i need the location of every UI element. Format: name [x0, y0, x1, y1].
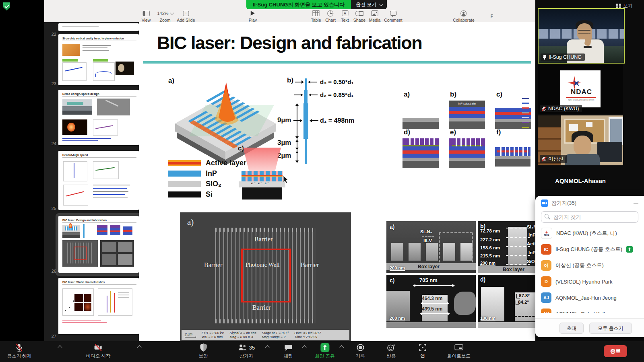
participant-row-ilsug[interactable]: IC Il-Sug CHUNG (공동 호스트): [535, 241, 644, 257]
toolbar-shape-button[interactable]: Shape: [353, 10, 365, 23]
participant-row-ndac[interactable]: NDAC NDAC (KWU) (호스트, 나): [535, 225, 644, 241]
barrier-right-label: Barrier: [301, 261, 319, 269]
start-video-button[interactable]: 비디오 시작: [86, 343, 111, 359]
ndac-logo-text: NDAC: [571, 88, 592, 96]
video-tile-ilsug[interactable]: Il-Sug CHUNG: [538, 8, 625, 64]
record-button[interactable]: 기록: [356, 343, 365, 359]
sem-panel-b: b) 72.78 nm 227.2 nm 158.6 nm 215.5 nm S…: [478, 221, 535, 273]
share-screen-button[interactable]: 화면 공유: [315, 343, 334, 359]
chat-chevron[interactable]: [302, 345, 306, 350]
toolbar-comment-button[interactable]: Comment: [384, 10, 402, 23]
mic-muted-icon: [15, 343, 24, 352]
toolbar-format-button-partial[interactable]: F: [491, 14, 493, 19]
shield-icon: [199, 343, 207, 352]
participants-count: 35: [249, 345, 255, 351]
inp-swatch: [168, 171, 201, 177]
invite-button[interactable]: 초대: [559, 323, 584, 334]
sem-c-label: c): [390, 277, 394, 284]
text-icon: A: [341, 10, 349, 16]
inp-substrate-label: InP substrate: [449, 101, 485, 107]
thumb-title: Demo of high-speed design: [62, 93, 136, 97]
video-tile-ahasan[interactable]: AQNMOL-Ahasan: [538, 166, 623, 195]
view-options-button[interactable]: 옵션 보기: [351, 0, 386, 9]
paper: [586, 122, 592, 127]
end-meeting-button[interactable]: 종료: [604, 345, 627, 357]
slide-number: 24: [47, 141, 56, 146]
thickness-2: 227.2 nm: [480, 237, 500, 242]
dim-9um: 9µm: [277, 116, 291, 124]
angle-842: 84.2°: [518, 300, 529, 304]
participant-row-hyunho[interactable]: D (VLSICDL) Hyunho Park: [535, 274, 644, 290]
share-banner-text: Il-Sug CHUNG의 화면을 보고 있습니다: [246, 0, 351, 9]
si-swatch: [168, 191, 201, 197]
minimize-panel-button[interactable]: [634, 203, 638, 204]
toolbar-media-button[interactable]: Media: [369, 10, 381, 23]
mute-all-button[interactable]: 모두 음소거: [589, 323, 632, 334]
dim-3um: 3µm: [277, 139, 291, 147]
participant-row-jaehun[interactable]: AJ AQNMOL_Jae-Hun Jeong: [535, 290, 644, 306]
screen-share-banner: Il-Sug CHUNG의 화면을 보고 있습니다 옵션 보기: [246, 0, 387, 9]
collaborate-icon: [453, 10, 475, 16]
participants-panel-title: 참가자(35): [551, 200, 576, 207]
keynote-window: View 142% Zoom + Add Slide Play Table Ch…: [44, 0, 535, 341]
shirt: [565, 154, 600, 165]
desktop-shield-icon[interactable]: [3, 2, 10, 10]
sem-a-label: a): [390, 224, 394, 230]
width-464: 464.3 nm: [422, 296, 442, 301]
ndac-logo-caption: NANO DEVICE APPLICATION CENTER: [564, 99, 599, 101]
sem-stage: Stage at T = 0.0 °: [262, 331, 289, 335]
title-rule: [143, 61, 531, 64]
apps-button[interactable]: 앱: [419, 343, 427, 359]
fab-f-label: f): [496, 128, 501, 136]
fab-e-label: e): [450, 128, 456, 136]
box-layer-label: Box layer: [418, 264, 440, 269]
ndac-star-icon: [568, 76, 581, 90]
view-icon: [142, 10, 151, 16]
participant-row-rahul-partial[interactable]: AK AQNMOL_Rahul Kull: [535, 306, 644, 313]
slide-thumbnail-23[interactable]: Si-on-chip vertical cavity laser: In-pla…: [58, 34, 139, 85]
apps-label: 앱: [419, 353, 427, 359]
table-icon: [311, 10, 321, 16]
participants-icon: [238, 343, 248, 352]
participant-list: NDAC NDAC (KWU) (호스트, 나) IC Il-Sug CHUNG…: [535, 225, 644, 313]
share-chevron[interactable]: [339, 345, 344, 350]
record-label: 기록: [356, 353, 365, 359]
toolbar-text-button[interactable]: A Text: [341, 10, 349, 23]
mic-options-chevron[interactable]: [58, 345, 62, 350]
toolbar-table-button[interactable]: Table: [311, 10, 321, 23]
toolbar-add-slide-button[interactable]: + Add Slide: [177, 10, 195, 23]
chat-button[interactable]: 채팅: [284, 343, 293, 359]
security-button[interactable]: 보안: [199, 343, 208, 359]
si3n4-label: Si₃N₄: [420, 229, 432, 234]
dashed-roi-box: [439, 232, 473, 266]
toolbar-collaborate-button[interactable]: Collaborate: [453, 10, 475, 23]
slide-thumbnail-22[interactable]: [58, 23, 139, 31]
unmute-button[interactable]: 음소거 해제: [7, 343, 32, 359]
participant-search-input[interactable]: [541, 211, 638, 223]
video-options-chevron[interactable]: [137, 345, 141, 350]
participant-name: Il-Sug CHUNG: [549, 54, 582, 60]
width-705: 705 nm: [419, 277, 438, 283]
slide-thumbnail-26[interactable]: BIC laser: Design and fabrication: [58, 216, 139, 273]
toolbar-zoom-control[interactable]: 142% Zoom: [157, 10, 173, 23]
video-tile-ndac[interactable]: NDAC NANO DEVICE APPLICATION CENTER NDAC…: [538, 64, 623, 114]
participant-name: (VLSICDL) Hyunho Park: [555, 279, 613, 285]
participant-row-leesangshin[interactable]: 이 이상신 (공동 호스트): [535, 257, 644, 274]
whiteboard-button[interactable]: 화이트보드: [447, 343, 471, 359]
participants-button[interactable]: 35 참가자: [238, 343, 255, 359]
sem-c-scale: 200 nm: [390, 316, 405, 321]
thumb-title: BIC laser: Static characteristics: [62, 281, 136, 285]
slide-thumbnail-27[interactable]: BIC laser: Static characteristics: [58, 278, 139, 334]
record-icon: [356, 343, 364, 352]
slide-thumbnail-24[interactable]: Demo of high-speed design: [58, 90, 139, 145]
toolbar-play-button[interactable]: Play: [249, 10, 257, 23]
video-tile-leesangshin[interactable]: 이상신: [538, 115, 623, 165]
reactions-button[interactable]: 반응: [387, 343, 396, 359]
toolbar-chart-button[interactable]: Chart: [325, 10, 336, 23]
sem-magrange: Mag Range = 2: [262, 335, 289, 339]
toolbar-view-button[interactable]: View: [142, 10, 151, 23]
slide-thumbnail-25[interactable]: Record-high speed: [58, 151, 139, 210]
paper: [569, 124, 578, 131]
share-screen-icon: [320, 343, 329, 352]
participants-chevron[interactable]: [265, 345, 269, 350]
